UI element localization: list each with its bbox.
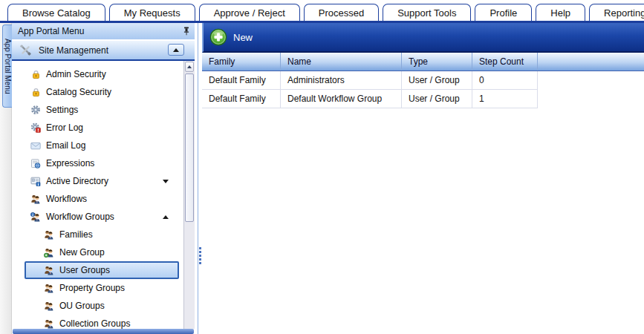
tab-profile[interactable]: Profile — [475, 4, 532, 21]
cell-text: Default Workflow Group — [287, 94, 382, 104]
site-management-menu: Admin SecurityCatalog SecuritySettingsEr… — [12, 61, 183, 329]
tab-bar: Browse CatalogMy RequestsApprove / Rejec… — [0, 0, 644, 21]
splitter-grip-icon — [199, 247, 201, 264]
lock-icon — [30, 70, 42, 79]
panel-splitter[interactable] — [195, 23, 202, 334]
cell-family: Default Family — [202, 71, 281, 90]
cell-family: Default Family — [202, 90, 281, 108]
email-icon — [30, 141, 42, 151]
scrollbar-thumb[interactable] — [185, 73, 194, 222]
cell-step_count: 1 — [472, 90, 538, 108]
tab-help[interactable]: Help — [536, 4, 585, 21]
grid-body: Default FamilyAdministratorsUser / Group… — [202, 71, 644, 108]
column-header-label: Name — [287, 56, 311, 67]
sidebar-item-error-log[interactable]: Error Log — [25, 119, 179, 137]
tab-processed[interactable]: Processed — [304, 4, 379, 21]
tab-label: Support Tools — [397, 7, 456, 19]
sidebar-item-label: Email Log — [46, 140, 85, 151]
column-header-family[interactable]: Family — [202, 53, 281, 71]
cell-name: Default Workflow Group — [281, 90, 402, 108]
sidebar-item-property-groups[interactable]: Property Groups — [25, 279, 179, 297]
column-header-step-count[interactable]: Step Count — [472, 53, 538, 71]
cell-text: 0 — [479, 75, 484, 85]
expressions-icon — [30, 159, 42, 168]
sidebar-item-expressions[interactable]: Expressions — [25, 154, 179, 172]
tab-label: Browse Catalog — [22, 7, 91, 19]
cell-step_count: 0 — [472, 71, 538, 90]
table-row[interactable]: Default FamilyDefault Workflow GroupUser… — [202, 90, 644, 108]
sidebar-item-workflow-groups[interactable]: Workflow Groups — [25, 208, 179, 226]
sidebar-item-label: Property Groups — [59, 283, 125, 293]
tab-label: Reporting — [604, 7, 644, 19]
sidebar-item-active-directory[interactable]: Active Directory — [25, 172, 179, 190]
sidebar-item-settings[interactable]: Settings — [25, 101, 179, 119]
sidebar-item-ou-groups[interactable]: OU Groups — [25, 297, 179, 315]
row-filler — [538, 71, 644, 90]
site-management-section-header[interactable]: Site Management — [12, 41, 195, 61]
table-row[interactable]: Default FamilyAdministratorsUser / Group… — [202, 71, 644, 90]
sidebar-item-label: Expressions — [46, 158, 94, 168]
panel-bottom-edge — [13, 329, 194, 334]
column-header-label: Type — [409, 56, 428, 67]
row-filler — [538, 90, 644, 108]
tab-approve-reject[interactable]: Approve / Reject — [199, 4, 300, 21]
column-header-label: Step Count — [479, 56, 524, 67]
new-button[interactable]: New — [209, 28, 253, 46]
sidebar-item-label: Catalog Security — [46, 87, 111, 97]
sidebar-item-label: User Groups — [59, 265, 110, 275]
tab-browse-catalog[interactable]: Browse Catalog — [7, 4, 105, 21]
tab-reporting[interactable]: Reporting — [589, 4, 644, 21]
sidebar-item-label: Settings — [46, 105, 78, 115]
content-toolbar: New — [202, 23, 644, 53]
sidebar-item-user-groups[interactable]: User Groups — [25, 261, 179, 279]
users-icon — [43, 319, 55, 329]
cell-text: 1 — [479, 94, 484, 104]
panel-header: App Portal Menu — [12, 23, 195, 39]
tab-label: My Requests — [124, 7, 180, 19]
users-icon — [43, 230, 55, 240]
scroll-up-button[interactable] — [185, 62, 194, 72]
sidebar-item-admin-security[interactable]: Admin Security — [25, 65, 179, 83]
chevron-up-icon — [163, 215, 169, 219]
tab-label: Approve / Reject — [214, 7, 285, 19]
directory-icon — [30, 177, 42, 186]
cell-type: User / Group — [402, 71, 472, 90]
tab-support-tools[interactable]: Support Tools — [383, 4, 471, 21]
column-header-type[interactable]: Type — [402, 53, 472, 71]
column-header-label: Family — [209, 56, 235, 67]
sidebar-item-label: Collection Groups — [59, 318, 130, 329]
gear-icon — [30, 105, 42, 115]
pin-icon[interactable] — [182, 27, 191, 36]
add-icon — [209, 28, 227, 46]
sidebar-item-label: Error Log — [46, 122, 83, 133]
sidebar-item-email-log[interactable]: Email Log — [25, 137, 179, 154]
users-icon — [30, 194, 42, 204]
cell-text: Default Family — [209, 75, 266, 85]
collapse-section-button[interactable] — [168, 44, 184, 56]
cell-text: Administrators — [287, 75, 345, 85]
tab-my-requests[interactable]: My Requests — [109, 4, 195, 21]
tools-icon — [19, 44, 33, 56]
app-portal-menu-vertical-tab[interactable]: App Portal Menu — [2, 24, 12, 108]
sidebar-item-collection-groups[interactable]: Collection Groups — [25, 315, 179, 329]
lock-icon — [30, 88, 42, 97]
sidebar-item-new-group[interactable]: New Group — [25, 243, 179, 261]
sidebar-item-label: Workflow Groups — [46, 212, 114, 222]
grid-header: FamilyNameTypeStep Count — [202, 53, 644, 71]
users-icon — [43, 301, 55, 311]
panel-title: App Portal Menu — [18, 26, 84, 36]
header-filler — [538, 53, 644, 71]
sidebar-item-label: OU Groups — [59, 301, 105, 311]
sidebar-item-label: Families — [59, 229, 93, 240]
sidebar-item-workflows[interactable]: Workflows — [25, 190, 179, 208]
sidebar-item-catalog-security[interactable]: Catalog Security — [25, 83, 179, 101]
sidebar-scrollbar[interactable] — [183, 61, 195, 329]
user-info-icon — [30, 212, 42, 222]
sidebar-item-families[interactable]: Families — [25, 226, 179, 243]
site-management-label: Site Management — [39, 45, 108, 56]
cell-name: Administrators — [281, 71, 402, 90]
column-header-name[interactable]: Name — [281, 53, 402, 71]
user-add-icon — [43, 248, 55, 258]
users-icon — [43, 284, 55, 293]
main-content: New FamilyNameTypeStep Count Default Fam… — [202, 23, 644, 334]
